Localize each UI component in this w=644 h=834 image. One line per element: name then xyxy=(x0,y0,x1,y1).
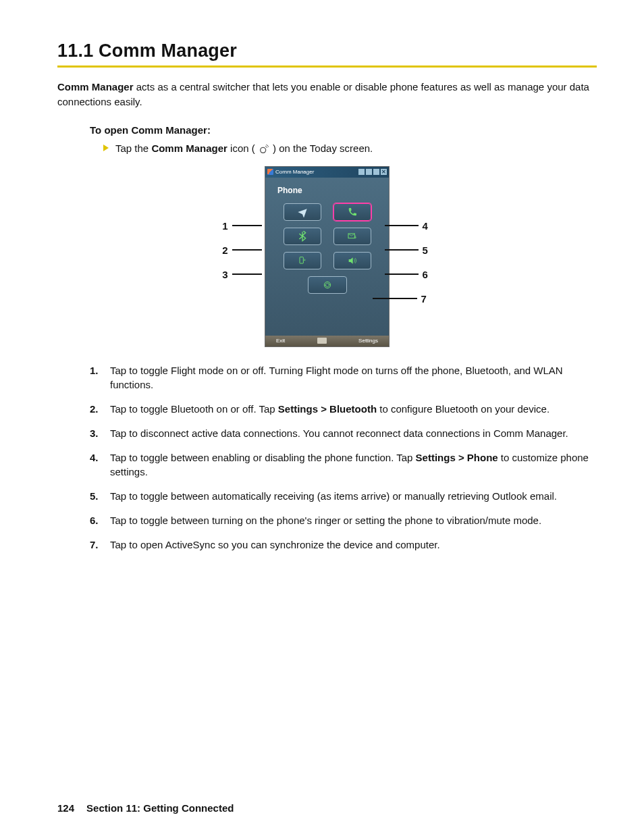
email-receive-button[interactable] xyxy=(333,228,371,245)
intro-bold: Comm Manager xyxy=(57,81,134,93)
device-title: Comm Manager xyxy=(275,169,314,175)
page-title: 11.1 Comm Manager xyxy=(57,41,597,61)
intro-rest: acts as a central switcher that lets you… xyxy=(57,81,589,107)
list-item: Tap to disconnect active data connection… xyxy=(90,426,597,450)
signal-icon xyxy=(366,169,372,175)
flight-mode-button[interactable] xyxy=(284,203,321,221)
svg-rect-2 xyxy=(300,257,303,263)
step-mid: icon ( xyxy=(227,142,258,154)
close-icon[interactable]: ✕ xyxy=(381,169,387,175)
callout-2: 2 xyxy=(222,244,261,256)
footer-section: Section 11: Getting Connected xyxy=(86,802,234,814)
list-item: Tap to toggle between turning on the pho… xyxy=(90,513,597,538)
step-bold: Comm Manager xyxy=(151,142,227,154)
callout-5: 5 xyxy=(385,244,428,256)
bluetooth-button[interactable] xyxy=(284,228,321,245)
manual-page: 11.1 Comm Manager Comm Manager acts as a… xyxy=(0,0,644,834)
mail-arrow-icon xyxy=(347,231,358,242)
callout-7: 7 xyxy=(373,293,427,305)
step-line: Tap the Comm Manager icon ( ) on the Tod… xyxy=(103,142,597,154)
triangle-bullet-icon xyxy=(103,145,109,151)
phone-icon xyxy=(347,207,358,217)
list-item: Tap to open ActiveSync so you can synchr… xyxy=(90,538,597,562)
device-screenshot: Comm Manager ✕ Phone xyxy=(265,166,390,347)
keyboard-icon[interactable] xyxy=(317,338,327,344)
device-section-label: Phone xyxy=(265,178,389,201)
device-titlebar: Comm Manager ✕ xyxy=(265,167,389,178)
intro-paragraph: Comm Manager acts as a central switcher … xyxy=(57,80,597,109)
svg-point-0 xyxy=(261,147,266,153)
callout-3: 3 xyxy=(222,269,261,280)
softkey-settings[interactable]: Settings xyxy=(358,338,378,344)
figure-wrap: 1 2 3 4 5 6 7 Comm Manager ✕ xyxy=(57,166,597,347)
numbered-list: Tap to toggle Flight mode on or off. Tur… xyxy=(90,363,597,562)
phone-button[interactable] xyxy=(333,203,371,221)
pda-sync-icon xyxy=(297,255,308,266)
speaker-icon xyxy=(347,255,358,266)
sync-circle-icon xyxy=(322,280,333,290)
data-connection-button[interactable] xyxy=(284,252,321,269)
activesync-button[interactable] xyxy=(308,276,347,294)
bluetooth-icon xyxy=(297,231,308,242)
device-softkeys: Exit Settings xyxy=(265,336,389,346)
ringer-button[interactable] xyxy=(333,252,371,269)
list-item: Tap to toggle between automatically rece… xyxy=(90,489,597,513)
title-rule xyxy=(57,66,597,68)
comm-manager-icon xyxy=(258,145,270,154)
status-icons: ✕ xyxy=(358,169,387,175)
callout-4: 4 xyxy=(385,220,428,232)
subhead-open: To open Comm Manager: xyxy=(90,124,597,136)
figure: 1 2 3 4 5 6 7 Comm Manager ✕ xyxy=(196,166,459,347)
page-footer: 124Section 11: Getting Connected xyxy=(57,802,234,814)
device-button-grid xyxy=(265,201,389,306)
step-suffix: ) on the Today screen. xyxy=(270,142,373,154)
step-prefix: Tap the xyxy=(115,142,151,154)
callout-6: 6 xyxy=(385,269,428,280)
airplane-icon xyxy=(297,207,308,217)
list-item: Tap to toggle Flight mode on or off. Tur… xyxy=(90,363,597,402)
volume-icon xyxy=(373,169,379,175)
step-text: Tap the Comm Manager icon ( ) on the Tod… xyxy=(115,142,373,154)
softkey-exit[interactable]: Exit xyxy=(276,338,285,344)
callout-1: 1 xyxy=(222,220,261,232)
page-number: 124 xyxy=(57,802,74,814)
sync-status-icon xyxy=(358,169,365,175)
windows-flag-icon xyxy=(267,169,273,175)
list-item: Tap to toggle between enabling or disabl… xyxy=(90,450,597,490)
list-item: Tap to toggle Bluetooth on or off. Tap S… xyxy=(90,402,597,426)
